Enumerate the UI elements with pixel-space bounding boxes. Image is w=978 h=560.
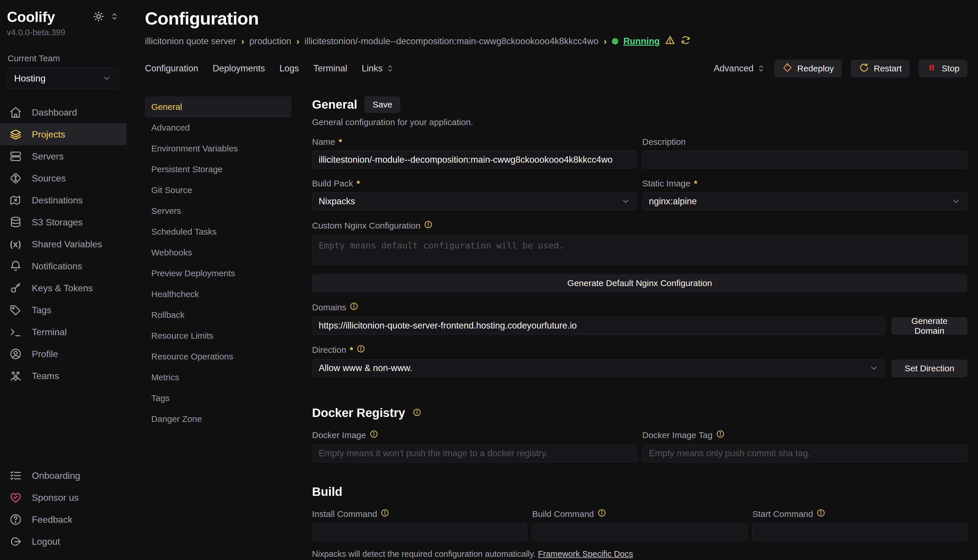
- sidebar-item-s3-storages[interactable]: S3 Storages: [0, 211, 126, 233]
- breadcrumb-resource[interactable]: illicitestonion/-module--decomposition:m…: [304, 36, 599, 47]
- docker-image-tag-input[interactable]: [642, 444, 967, 462]
- checklist-icon: [9, 469, 22, 482]
- redeploy-button[interactable]: Redeploy: [774, 60, 842, 77]
- breadcrumb-project[interactable]: illicitonion quote server: [145, 36, 236, 47]
- sidebar-item-sponsor-us[interactable]: Sponsor us: [0, 487, 126, 508]
- subnav-preview-deployments[interactable]: Preview Deployments: [145, 263, 292, 284]
- theme-sun-icon[interactable]: [93, 11, 104, 23]
- info-icon[interactable]: [413, 408, 421, 418]
- map-icon: [9, 194, 22, 207]
- parentheses-x-icon: (x): [9, 239, 22, 249]
- sidebar-item-feedback[interactable]: Feedback: [0, 508, 126, 530]
- team-select[interactable]: Hosting: [7, 68, 119, 89]
- framework-docs-link[interactable]: Framework Specific Docs: [538, 549, 633, 558]
- generate-domain-button[interactable]: Generate Domain: [891, 317, 967, 335]
- info-icon[interactable]: [817, 508, 825, 519]
- subnav-danger-zone[interactable]: Danger Zone: [145, 408, 292, 429]
- stop-button[interactable]: Stop: [919, 60, 967, 77]
- advanced-dropdown[interactable]: Advanced: [714, 63, 765, 74]
- theme-switcher-chevrons-icon[interactable]: [110, 12, 119, 22]
- chevron-down-icon: [951, 197, 961, 206]
- sidebar-item-notifications[interactable]: Notifications: [0, 255, 126, 277]
- sidebar-nav: Dashboard Projects Servers Sources Desti…: [0, 102, 126, 387]
- git-source-icon: [9, 172, 22, 185]
- build-pack-select[interactable]: Nixpacks: [312, 192, 637, 210]
- subnav-persistent-storage[interactable]: Persistent Storage: [145, 159, 292, 180]
- save-button[interactable]: Save: [364, 97, 400, 113]
- start-command-label: Start Command: [752, 508, 967, 519]
- subnav-resource-operations[interactable]: Resource Operations: [145, 346, 292, 367]
- team-select-value: Hosting: [14, 73, 46, 84]
- subnav-servers[interactable]: Servers: [145, 200, 292, 221]
- sidebar-item-tags[interactable]: Tags: [0, 299, 126, 321]
- domains-input[interactable]: [312, 317, 885, 335]
- install-command-label: Install Command: [312, 508, 527, 519]
- restart-button[interactable]: Restart: [851, 60, 910, 77]
- breadcrumb-environment[interactable]: production: [249, 36, 291, 47]
- sidebar-item-keys-tokens[interactable]: Keys & Tokens: [0, 277, 126, 299]
- sidebar-item-dashboard[interactable]: Dashboard: [0, 102, 126, 123]
- sidebar-item-destinations[interactable]: Destinations: [0, 189, 126, 211]
- bell-icon: [9, 260, 22, 272]
- subnav-tags[interactable]: Tags: [145, 388, 292, 408]
- generate-nginx-button[interactable]: Generate Default Nginx Configuration: [312, 274, 967, 292]
- subnav-webhooks[interactable]: Webhooks: [145, 242, 292, 263]
- info-icon[interactable]: [597, 508, 606, 519]
- start-command-input[interactable]: [752, 523, 967, 541]
- subnav-resource-limits[interactable]: Resource Limits: [145, 325, 292, 346]
- description-input[interactable]: [642, 151, 967, 169]
- info-icon[interactable]: [716, 430, 725, 440]
- app-version: v4.0.0-beta.399: [7, 28, 119, 37]
- subnav-scheduled-tasks[interactable]: Scheduled Tasks: [145, 221, 292, 242]
- name-input[interactable]: [312, 151, 637, 169]
- sidebar-item-logout[interactable]: Logout: [0, 530, 126, 552]
- sidebar-item-servers[interactable]: Servers: [0, 145, 126, 167]
- domains-label: Domains: [312, 302, 885, 313]
- sidebar-item-terminal[interactable]: Terminal: [0, 321, 126, 343]
- description-label: Description: [642, 137, 967, 147]
- sidebar-item-profile[interactable]: Profile: [0, 343, 126, 365]
- tab-terminal[interactable]: Terminal: [313, 63, 347, 74]
- home-icon: [9, 106, 22, 119]
- info-icon[interactable]: [424, 220, 433, 231]
- nginx-config-label: Custom Nginx Configuration: [312, 220, 967, 231]
- server-icon: [9, 150, 22, 163]
- redeploy-icon: [782, 62, 792, 75]
- build-command-label: Build Command: [532, 508, 747, 519]
- nginx-config-textarea[interactable]: [312, 235, 967, 265]
- sidebar-item-shared-variables[interactable]: (x) Shared Variables: [0, 233, 126, 255]
- subnav-environment-variables[interactable]: Environment Variables: [145, 138, 292, 159]
- sidebar-item-sources[interactable]: Sources: [0, 167, 126, 189]
- subnav-healthcheck[interactable]: Healthcheck: [145, 284, 292, 305]
- subnav-metrics[interactable]: Metrics: [145, 367, 292, 388]
- refresh-icon[interactable]: [680, 35, 691, 48]
- current-team-label: Current Team: [7, 53, 119, 63]
- status-running-link[interactable]: Running: [624, 36, 660, 47]
- tab-links[interactable]: Links: [362, 63, 394, 74]
- app: Coolify v4.0.0-beta.399 Current Team Hos…: [0, 0, 978, 560]
- docker-image-input[interactable]: [312, 444, 637, 462]
- info-icon[interactable]: [369, 430, 378, 440]
- sidebar-item-onboarding[interactable]: Onboarding: [0, 465, 126, 487]
- subnav-general[interactable]: General: [145, 97, 292, 117]
- static-image-select[interactable]: nginx:alpine: [642, 192, 967, 210]
- build-command-input[interactable]: [532, 523, 747, 541]
- tab-configuration[interactable]: Configuration: [145, 63, 198, 74]
- sidebar-item-projects[interactable]: Projects: [0, 123, 126, 145]
- info-icon[interactable]: [356, 345, 365, 355]
- warning-triangle-icon[interactable]: [665, 35, 675, 48]
- subnav-rollback[interactable]: Rollback: [145, 305, 292, 325]
- install-command-input[interactable]: [312, 523, 527, 541]
- set-direction-button[interactable]: Set Direction: [891, 360, 967, 377]
- subnav-advanced[interactable]: Advanced: [145, 117, 292, 138]
- info-icon[interactable]: [381, 508, 389, 519]
- info-icon[interactable]: [349, 302, 358, 313]
- subnav-git-source[interactable]: Git Source: [145, 180, 292, 200]
- direction-select[interactable]: Allow www & non-www.: [312, 359, 885, 377]
- tab-deployments[interactable]: Deployments: [212, 63, 265, 74]
- tab-logs[interactable]: Logs: [279, 63, 299, 74]
- main-area: Configuration illicitonion quote server …: [126, 0, 978, 560]
- sidebar-item-teams[interactable]: Teams: [0, 365, 126, 387]
- tab-bar: Configuration Deployments Logs Terminal …: [126, 60, 978, 86]
- breadcrumb-separator: ›: [296, 37, 299, 46]
